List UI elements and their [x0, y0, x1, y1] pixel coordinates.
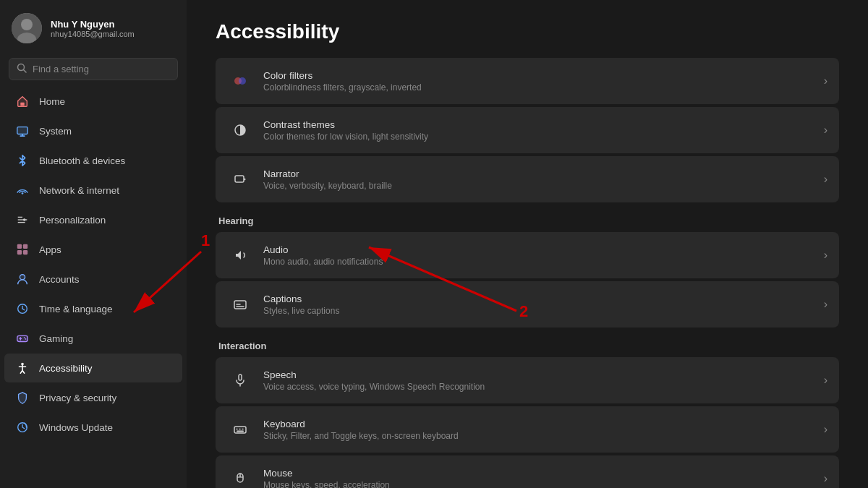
nav-list: HomeSystemBluetooth & devicesNetwork & i… [0, 86, 187, 442]
sidebar-item-privacy[interactable]: Privacy & security [4, 383, 182, 412]
settings-item-text-color-filters: Color filtersColorblindness filters, gra… [263, 70, 818, 93]
gaming-icon [14, 330, 30, 346]
sidebar-item-update[interactable]: Windows Update [4, 413, 182, 442]
search-input[interactable] [33, 64, 170, 74]
sidebar-item-gaming[interactable]: Gaming [4, 324, 182, 353]
settings-item-color-filters[interactable]: Color filtersColorblindness filters, gra… [216, 58, 839, 104]
sidebar-item-label-apps: Apps [39, 244, 61, 255]
svg-rect-5 [20, 103, 24, 106]
sidebar-item-time[interactable]: Time & language [4, 294, 182, 323]
settings-item-keyboard[interactable]: KeyboardSticky, Filter, and Toggle keys,… [216, 406, 839, 453]
sidebar-item-accounts[interactable]: Accounts [4, 265, 182, 294]
settings-item-title-speech: Speech [263, 369, 818, 380]
audio-settings-icon [227, 242, 253, 268]
settings-item-title-audio: Audio [263, 244, 818, 255]
svg-rect-14 [17, 244, 22, 249]
narrator-settings-icon [227, 166, 253, 192]
svg-line-21 [22, 309, 25, 310]
apps-icon [14, 241, 30, 257]
svg-rect-40 [239, 374, 242, 380]
time-icon [14, 301, 30, 317]
home-icon [14, 93, 30, 109]
settings-item-desc-keyboard: Sticky, Filter, and Toggle keys, on-scre… [263, 431, 818, 441]
sidebar-item-label-personalization: Personalization [39, 215, 106, 226]
settings-item-contrast-themes[interactable]: Contrast themesColor themes for low visi… [216, 107, 839, 153]
sidebar-item-home[interactable]: Home [4, 87, 182, 116]
svg-rect-36 [235, 176, 244, 182]
settings-item-text-narrator: NarratorVoice, verbosity, keyboard, brai… [263, 168, 818, 191]
section-heading-interaction: Interaction [218, 341, 839, 351]
sidebar-item-label-bluetooth: Bluetooth & devices [39, 155, 125, 166]
color-filters-settings-icon [227, 68, 253, 94]
privacy-icon [14, 390, 30, 406]
chevron-right-icon: › [824, 173, 827, 186]
main-content: Accessibility Color filtersColorblindnes… [187, 0, 868, 488]
svg-point-18 [20, 275, 25, 280]
settings-item-text-contrast-themes: Contrast themesColor themes for low visi… [263, 119, 818, 142]
section-heading-hearing: Hearing [218, 215, 839, 226]
settings-item-text-mouse: MouseMouse keys, speed, acceleration [263, 468, 818, 489]
chevron-right-icon: › [824, 374, 827, 387]
search-icon [17, 63, 27, 75]
sidebar-item-label-privacy: Privacy & security [39, 393, 116, 403]
accounts-icon [14, 271, 30, 287]
settings-item-desc-color-filters: Colorblindness filters, grayscale, inver… [263, 82, 818, 93]
svg-rect-6 [17, 127, 27, 134]
search-box[interactable] [9, 58, 178, 80]
sidebar-item-personalization[interactable]: Personalization [4, 205, 182, 234]
settings-item-title-mouse: Mouse [263, 468, 818, 479]
keyboard-settings-icon [227, 416, 253, 442]
settings-item-title-narrator: Narrator [263, 168, 818, 179]
network-icon [14, 182, 30, 198]
page-title: Accessibility [216, 20, 839, 43]
sidebar-item-label-gaming: Gaming [39, 333, 73, 344]
sidebar-item-label-update: Windows Update [39, 422, 113, 433]
captions-settings-icon [227, 291, 253, 317]
svg-point-34 [239, 77, 246, 85]
chevron-right-icon: › [824, 423, 827, 436]
settings-item-title-contrast-themes: Contrast themes [263, 119, 818, 130]
settings-sections: Color filtersColorblindness filters, gra… [216, 58, 839, 488]
personalization-icon [14, 212, 30, 228]
sidebar-item-bluetooth[interactable]: Bluetooth & devices [4, 146, 182, 175]
svg-point-1 [21, 19, 33, 30]
user-info: Nhu Y Nguyen nhuy14085@gmail.com [51, 19, 135, 38]
sidebar-item-accessibility[interactable]: Accessibility [4, 354, 182, 382]
settings-item-desc-captions: Styles, live captions [263, 306, 818, 316]
settings-item-text-captions: CaptionsStyles, live captions [263, 294, 818, 316]
settings-item-speech[interactable]: SpeechVoice access, voice typing, Window… [216, 357, 839, 403]
user-name: Nhu Y Nguyen [51, 19, 135, 30]
sidebar-item-system[interactable]: System [4, 116, 182, 145]
settings-item-mouse[interactable]: MouseMouse keys, speed, acceleration› [216, 455, 839, 488]
update-icon [14, 419, 30, 435]
settings-item-captions[interactable]: CaptionsStyles, live captions› [216, 281, 839, 328]
system-icon [14, 123, 30, 139]
settings-item-desc-speech: Voice access, voice typing, Windows Spee… [263, 382, 818, 392]
svg-point-25 [24, 337, 25, 338]
settings-item-title-keyboard: Keyboard [263, 419, 818, 429]
bluetooth-icon [14, 153, 30, 168]
contrast-themes-settings-icon [227, 117, 253, 143]
sidebar-item-label-network: Network & internet [39, 185, 119, 196]
svg-rect-42 [234, 427, 246, 433]
chevron-right-icon: › [824, 249, 827, 262]
chevron-right-icon: › [824, 74, 827, 87]
sidebar-item-apps[interactable]: Apps [4, 235, 182, 264]
chevron-right-icon: › [824, 472, 827, 485]
sidebar-item-label-system: System [39, 126, 72, 137]
svg-line-31 [22, 371, 25, 374]
avatar [12, 13, 42, 43]
speech-settings-icon [227, 367, 253, 393]
svg-point-13 [23, 218, 26, 221]
svg-point-9 [22, 192, 24, 194]
settings-item-desc-audio: Mono audio, audio notifications [263, 257, 818, 267]
sidebar: Nhu Y Nguyen nhuy14085@gmail.com HomeSys… [0, 0, 187, 488]
settings-item-text-audio: AudioMono audio, audio notifications [263, 244, 818, 267]
mouse-settings-icon [227, 466, 253, 488]
sidebar-item-label-accounts: Accounts [39, 274, 80, 285]
settings-item-narrator[interactable]: NarratorVoice, verbosity, keyboard, brai… [216, 156, 839, 202]
settings-item-audio[interactable]: AudioMono audio, audio notifications› [216, 232, 839, 278]
settings-item-text-keyboard: KeyboardSticky, Filter, and Toggle keys,… [263, 419, 818, 441]
user-profile: Nhu Y Nguyen nhuy14085@gmail.com [0, 0, 187, 55]
sidebar-item-network[interactable]: Network & internet [4, 176, 182, 205]
